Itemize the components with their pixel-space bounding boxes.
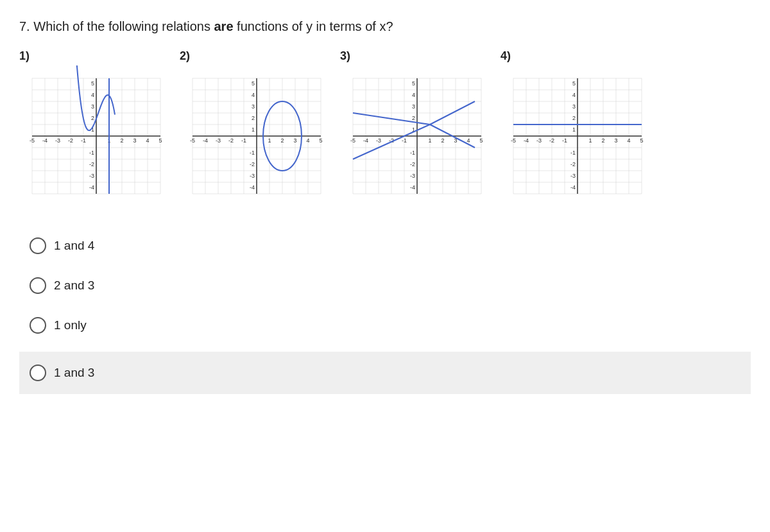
- options-list: 1 and 4 2 and 3 1 only 1 and 3: [19, 226, 751, 394]
- radio-1-and-3[interactable]: [30, 365, 46, 381]
- radio-1-and-4[interactable]: [30, 237, 46, 254]
- graph1-label: 1): [19, 49, 30, 63]
- question-number: 7.: [19, 19, 30, 33]
- radio-1-only[interactable]: [30, 317, 46, 334]
- graphs-row: 1) 2) 3) 4): [19, 49, 751, 207]
- graph2-canvas: [180, 65, 334, 207]
- graph3-canvas: [340, 65, 494, 207]
- option-label-2-and-3: 2 and 3: [54, 279, 94, 293]
- question-text-pre: Which of the following relations: [33, 19, 214, 33]
- graph1-canvas: [19, 65, 173, 207]
- graph2-label: 2): [180, 49, 190, 63]
- question-bold: are: [214, 19, 234, 33]
- graph4-container: 4): [501, 49, 654, 207]
- graph4-label: 4): [501, 49, 511, 63]
- graph4-canvas: [501, 65, 654, 207]
- graph1-container: 1): [19, 49, 173, 207]
- option-1-only[interactable]: 1 only: [19, 305, 751, 345]
- graph3-label: 3): [340, 49, 350, 63]
- option-2-and-3[interactable]: 2 and 3: [19, 266, 751, 305]
- option-label-1-and-4: 1 and 4: [54, 239, 94, 253]
- option-label-1-only: 1 only: [54, 318, 87, 332]
- option-1-and-3[interactable]: 1 and 3: [19, 352, 751, 394]
- question-header: 7. Which of the following relations are …: [19, 19, 751, 34]
- option-1-and-4[interactable]: 1 and 4: [19, 226, 751, 266]
- question-text-post: functions of y in terms of x?: [234, 19, 393, 33]
- graph2-container: 2): [180, 49, 334, 207]
- graph3-container: 3): [340, 49, 494, 207]
- radio-2-and-3[interactable]: [30, 277, 46, 294]
- option-label-1-and-3: 1 and 3: [54, 366, 94, 380]
